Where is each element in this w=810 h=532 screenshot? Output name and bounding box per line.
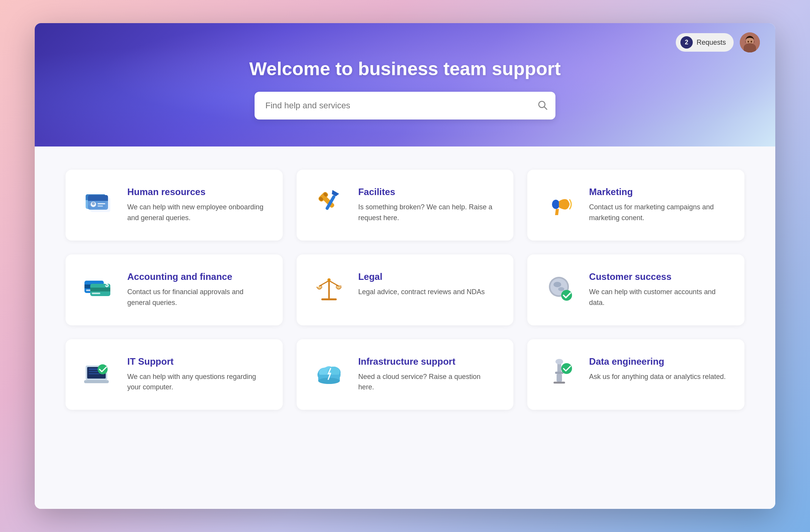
requests-count: 2 xyxy=(680,36,693,49)
infrastructure-card-desc: Need a cloud service? Raise a question h… xyxy=(358,372,498,393)
hr-icon xyxy=(81,187,115,221)
marketing-icon xyxy=(543,187,577,221)
legal-card-text: Legal Legal advice, contract reviews and… xyxy=(358,271,485,298)
facilities-card-desc: Is something broken? We can help. Raise … xyxy=(358,202,498,224)
customer-success-card-text: Customer success We can help with custom… xyxy=(589,271,729,308)
card-data-engineering[interactable]: Data engineering Ask us for anything dat… xyxy=(527,339,744,410)
svg-point-20 xyxy=(92,202,95,205)
customer-success-card-title: Customer success xyxy=(589,271,729,282)
svg-point-4 xyxy=(748,41,749,43)
infrastructure-card-title: Infrastructure support xyxy=(358,356,498,367)
marketing-card-title: Marketing xyxy=(589,187,729,197)
svg-rect-54 xyxy=(89,373,100,374)
svg-point-42 xyxy=(327,278,331,281)
data-engineering-card-text: Data engineering Ask us for anything dat… xyxy=(589,356,726,382)
card-customer-success[interactable]: Customer success We can help with custom… xyxy=(527,254,744,325)
card-marketing[interactable]: Marketing Contact us for marketing campa… xyxy=(527,170,744,241)
facilities-card-text: Facilites Is something broken? We can he… xyxy=(358,187,498,224)
header-banner: 2 Requests We xyxy=(35,23,775,146)
svg-line-7 xyxy=(544,107,547,109)
legal-card-desc: Legal advice, contract reviews and NDAs xyxy=(358,287,485,298)
card-infrastructure[interactable]: Infrastructure support Need a cloud serv… xyxy=(297,339,514,410)
accounting-card-title: Accounting and finance xyxy=(127,271,267,282)
customer-success-card-desc: We can help with customer accounts and d… xyxy=(589,287,729,308)
data-engineering-card-title: Data engineering xyxy=(589,356,726,367)
requests-badge[interactable]: 2 Requests xyxy=(676,33,734,52)
card-legal[interactable]: Legal Legal advice, contract reviews and… xyxy=(297,254,514,325)
facilities-card-title: Facilites xyxy=(358,187,498,197)
marketing-card-desc: Contact us for marketing campaigns and m… xyxy=(589,202,729,224)
svg-line-40 xyxy=(319,281,329,286)
it-support-card-desc: We can help with any questions regarding… xyxy=(127,372,267,393)
hr-card-title: Human resources xyxy=(127,187,267,197)
svg-rect-18 xyxy=(88,199,108,201)
svg-point-70 xyxy=(561,363,572,374)
it-support-card-text: IT Support We can help with any question… xyxy=(127,356,267,393)
search-bar-wrapper xyxy=(255,92,555,120)
svg-rect-53 xyxy=(89,371,98,372)
svg-rect-39 xyxy=(321,298,337,300)
data-engineering-icon xyxy=(543,356,577,390)
avatar[interactable] xyxy=(740,32,760,52)
svg-point-48 xyxy=(558,287,564,291)
hr-card-desc: We can help with new employee onboarding… xyxy=(127,202,267,224)
search-icon xyxy=(537,99,548,112)
svg-point-47 xyxy=(554,282,561,287)
card-hr[interactable]: Human resources We can help with new emp… xyxy=(66,170,283,241)
infrastructure-card-text: Infrastructure support Need a cloud serv… xyxy=(358,356,498,393)
svg-rect-55 xyxy=(84,380,109,383)
svg-point-5 xyxy=(751,41,752,43)
it-support-card-title: IT Support xyxy=(127,356,267,367)
legal-icon xyxy=(312,271,346,305)
main-content: Human resources We can help with new emp… xyxy=(35,146,775,509)
svg-point-30 xyxy=(564,201,570,207)
card-accounting[interactable]: $ Accounting and finance Contact us for … xyxy=(66,254,283,325)
data-engineering-card-desc: Ask us for anything data or analytics re… xyxy=(589,372,726,382)
it-support-icon xyxy=(81,356,115,390)
accounting-icon: $ xyxy=(81,271,115,305)
app-frame: 2 Requests We xyxy=(35,23,775,509)
svg-point-3 xyxy=(747,38,753,44)
accounting-card-desc: Contact us for financial approvals and g… xyxy=(127,287,267,308)
requests-label: Requests xyxy=(697,39,726,47)
infrastructure-icon xyxy=(312,356,346,390)
legal-card-title: Legal xyxy=(358,271,485,282)
svg-point-49 xyxy=(561,290,572,301)
svg-rect-38 xyxy=(328,280,330,299)
svg-point-29 xyxy=(552,200,560,209)
svg-rect-36 xyxy=(92,293,100,294)
svg-rect-22 xyxy=(98,205,103,207)
svg-rect-69 xyxy=(554,382,565,384)
svg-point-2 xyxy=(744,45,756,52)
svg-point-66 xyxy=(555,359,563,364)
page-title: Welcome to business team support xyxy=(249,58,560,79)
svg-text:$: $ xyxy=(105,281,109,288)
accounting-card-text: Accounting and finance Contact us for fi… xyxy=(127,271,267,308)
card-facilities[interactable]: Facilites Is something broken? We can he… xyxy=(297,170,514,241)
customer-success-icon xyxy=(543,271,577,305)
header-top-bar: 2 Requests xyxy=(676,32,760,52)
svg-rect-68 xyxy=(557,374,562,382)
marketing-card-text: Marketing Contact us for marketing campa… xyxy=(589,187,729,224)
facilities-icon xyxy=(312,187,346,221)
svg-rect-67 xyxy=(555,372,564,374)
hr-card-text: Human resources We can help with new emp… xyxy=(127,187,267,224)
svg-line-41 xyxy=(329,281,339,286)
card-it-support[interactable]: IT Support We can help with any question… xyxy=(66,339,283,410)
svg-rect-21 xyxy=(98,203,105,204)
cards-grid: Human resources We can help with new emp… xyxy=(66,170,744,410)
search-input[interactable] xyxy=(255,92,555,120)
